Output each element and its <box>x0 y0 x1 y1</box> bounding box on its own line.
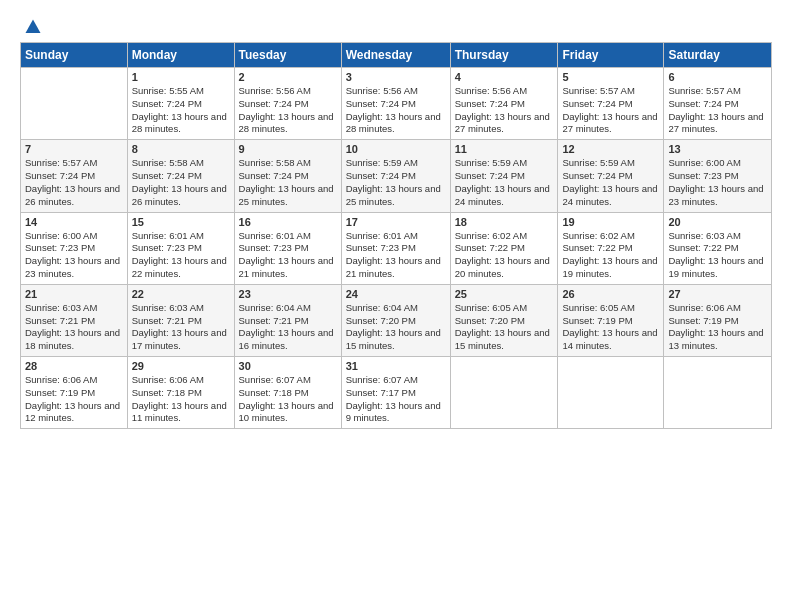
day-number: 12 <box>562 143 659 155</box>
day-cell: 7Sunrise: 5:57 AMSunset: 7:24 PMDaylight… <box>21 140 128 212</box>
day-cell: 6Sunrise: 5:57 AMSunset: 7:24 PMDaylight… <box>664 68 772 140</box>
day-cell: 1Sunrise: 5:55 AMSunset: 7:24 PMDaylight… <box>127 68 234 140</box>
day-info: Sunrise: 6:04 AMSunset: 7:21 PMDaylight:… <box>239 302 337 353</box>
day-cell: 8Sunrise: 5:58 AMSunset: 7:24 PMDaylight… <box>127 140 234 212</box>
day-number: 4 <box>455 71 554 83</box>
day-number: 28 <box>25 360 123 372</box>
weekday-header-row: SundayMondayTuesdayWednesdayThursdayFrid… <box>21 43 772 68</box>
day-cell: 30Sunrise: 6:07 AMSunset: 7:18 PMDayligh… <box>234 357 341 429</box>
week-row-3: 14Sunrise: 6:00 AMSunset: 7:23 PMDayligh… <box>21 212 772 284</box>
day-cell: 27Sunrise: 6:06 AMSunset: 7:19 PMDayligh… <box>664 284 772 356</box>
day-number: 22 <box>132 288 230 300</box>
day-cell: 11Sunrise: 5:59 AMSunset: 7:24 PMDayligh… <box>450 140 558 212</box>
day-number: 10 <box>346 143 446 155</box>
svg-marker-0 <box>26 20 41 34</box>
week-row-2: 7Sunrise: 5:57 AMSunset: 7:24 PMDaylight… <box>21 140 772 212</box>
day-cell <box>21 68 128 140</box>
day-info: Sunrise: 6:07 AMSunset: 7:18 PMDaylight:… <box>239 374 337 425</box>
day-info: Sunrise: 6:03 AMSunset: 7:21 PMDaylight:… <box>25 302 123 353</box>
day-cell: 5Sunrise: 5:57 AMSunset: 7:24 PMDaylight… <box>558 68 664 140</box>
day-cell <box>664 357 772 429</box>
day-info: Sunrise: 6:03 AMSunset: 7:22 PMDaylight:… <box>668 230 767 281</box>
day-info: Sunrise: 6:03 AMSunset: 7:21 PMDaylight:… <box>132 302 230 353</box>
day-cell: 24Sunrise: 6:04 AMSunset: 7:20 PMDayligh… <box>341 284 450 356</box>
weekday-header-monday: Monday <box>127 43 234 68</box>
day-cell: 29Sunrise: 6:06 AMSunset: 7:18 PMDayligh… <box>127 357 234 429</box>
day-info: Sunrise: 5:57 AMSunset: 7:24 PMDaylight:… <box>25 157 123 208</box>
day-number: 6 <box>668 71 767 83</box>
day-cell: 20Sunrise: 6:03 AMSunset: 7:22 PMDayligh… <box>664 212 772 284</box>
day-cell: 22Sunrise: 6:03 AMSunset: 7:21 PMDayligh… <box>127 284 234 356</box>
day-number: 7 <box>25 143 123 155</box>
weekday-header-tuesday: Tuesday <box>234 43 341 68</box>
day-info: Sunrise: 5:59 AMSunset: 7:24 PMDaylight:… <box>455 157 554 208</box>
day-info: Sunrise: 6:00 AMSunset: 7:23 PMDaylight:… <box>668 157 767 208</box>
day-number: 1 <box>132 71 230 83</box>
day-info: Sunrise: 5:57 AMSunset: 7:24 PMDaylight:… <box>562 85 659 136</box>
day-number: 18 <box>455 216 554 228</box>
day-cell: 25Sunrise: 6:05 AMSunset: 7:20 PMDayligh… <box>450 284 558 356</box>
day-info: Sunrise: 6:00 AMSunset: 7:23 PMDaylight:… <box>25 230 123 281</box>
weekday-header-wednesday: Wednesday <box>341 43 450 68</box>
day-cell: 15Sunrise: 6:01 AMSunset: 7:23 PMDayligh… <box>127 212 234 284</box>
day-number: 23 <box>239 288 337 300</box>
day-info: Sunrise: 5:58 AMSunset: 7:24 PMDaylight:… <box>239 157 337 208</box>
day-cell <box>558 357 664 429</box>
day-cell: 14Sunrise: 6:00 AMSunset: 7:23 PMDayligh… <box>21 212 128 284</box>
day-cell: 4Sunrise: 5:56 AMSunset: 7:24 PMDaylight… <box>450 68 558 140</box>
page: SundayMondayTuesdayWednesdayThursdayFrid… <box>0 0 792 612</box>
day-number: 21 <box>25 288 123 300</box>
logo <box>20 18 42 36</box>
day-info: Sunrise: 5:58 AMSunset: 7:24 PMDaylight:… <box>132 157 230 208</box>
day-number: 5 <box>562 71 659 83</box>
week-row-1: 1Sunrise: 5:55 AMSunset: 7:24 PMDaylight… <box>21 68 772 140</box>
day-number: 14 <box>25 216 123 228</box>
day-cell: 18Sunrise: 6:02 AMSunset: 7:22 PMDayligh… <box>450 212 558 284</box>
day-cell: 19Sunrise: 6:02 AMSunset: 7:22 PMDayligh… <box>558 212 664 284</box>
weekday-header-sunday: Sunday <box>21 43 128 68</box>
day-number: 15 <box>132 216 230 228</box>
day-info: Sunrise: 6:02 AMSunset: 7:22 PMDaylight:… <box>455 230 554 281</box>
day-info: Sunrise: 5:57 AMSunset: 7:24 PMDaylight:… <box>668 85 767 136</box>
day-info: Sunrise: 6:06 AMSunset: 7:18 PMDaylight:… <box>132 374 230 425</box>
header <box>20 18 772 36</box>
day-cell: 9Sunrise: 5:58 AMSunset: 7:24 PMDaylight… <box>234 140 341 212</box>
week-row-4: 21Sunrise: 6:03 AMSunset: 7:21 PMDayligh… <box>21 284 772 356</box>
weekday-header-saturday: Saturday <box>664 43 772 68</box>
day-cell: 26Sunrise: 6:05 AMSunset: 7:19 PMDayligh… <box>558 284 664 356</box>
day-number: 17 <box>346 216 446 228</box>
day-number: 19 <box>562 216 659 228</box>
day-cell: 12Sunrise: 5:59 AMSunset: 7:24 PMDayligh… <box>558 140 664 212</box>
day-cell <box>450 357 558 429</box>
day-cell: 3Sunrise: 5:56 AMSunset: 7:24 PMDaylight… <box>341 68 450 140</box>
day-info: Sunrise: 6:06 AMSunset: 7:19 PMDaylight:… <box>25 374 123 425</box>
day-info: Sunrise: 6:01 AMSunset: 7:23 PMDaylight:… <box>132 230 230 281</box>
day-info: Sunrise: 6:01 AMSunset: 7:23 PMDaylight:… <box>239 230 337 281</box>
day-number: 31 <box>346 360 446 372</box>
day-cell: 16Sunrise: 6:01 AMSunset: 7:23 PMDayligh… <box>234 212 341 284</box>
day-number: 8 <box>132 143 230 155</box>
weekday-header-thursday: Thursday <box>450 43 558 68</box>
day-info: Sunrise: 5:56 AMSunset: 7:24 PMDaylight:… <box>239 85 337 136</box>
day-cell: 13Sunrise: 6:00 AMSunset: 7:23 PMDayligh… <box>664 140 772 212</box>
weekday-header-friday: Friday <box>558 43 664 68</box>
day-number: 29 <box>132 360 230 372</box>
day-number: 13 <box>668 143 767 155</box>
day-number: 25 <box>455 288 554 300</box>
day-info: Sunrise: 6:06 AMSunset: 7:19 PMDaylight:… <box>668 302 767 353</box>
day-number: 3 <box>346 71 446 83</box>
day-info: Sunrise: 6:05 AMSunset: 7:20 PMDaylight:… <box>455 302 554 353</box>
day-number: 16 <box>239 216 337 228</box>
day-info: Sunrise: 6:04 AMSunset: 7:20 PMDaylight:… <box>346 302 446 353</box>
day-cell: 28Sunrise: 6:06 AMSunset: 7:19 PMDayligh… <box>21 357 128 429</box>
day-info: Sunrise: 6:07 AMSunset: 7:17 PMDaylight:… <box>346 374 446 425</box>
day-cell: 17Sunrise: 6:01 AMSunset: 7:23 PMDayligh… <box>341 212 450 284</box>
day-info: Sunrise: 5:59 AMSunset: 7:24 PMDaylight:… <box>346 157 446 208</box>
week-row-5: 28Sunrise: 6:06 AMSunset: 7:19 PMDayligh… <box>21 357 772 429</box>
day-cell: 10Sunrise: 5:59 AMSunset: 7:24 PMDayligh… <box>341 140 450 212</box>
day-info: Sunrise: 5:55 AMSunset: 7:24 PMDaylight:… <box>132 85 230 136</box>
day-info: Sunrise: 5:56 AMSunset: 7:24 PMDaylight:… <box>455 85 554 136</box>
day-number: 20 <box>668 216 767 228</box>
day-number: 27 <box>668 288 767 300</box>
day-cell: 2Sunrise: 5:56 AMSunset: 7:24 PMDaylight… <box>234 68 341 140</box>
